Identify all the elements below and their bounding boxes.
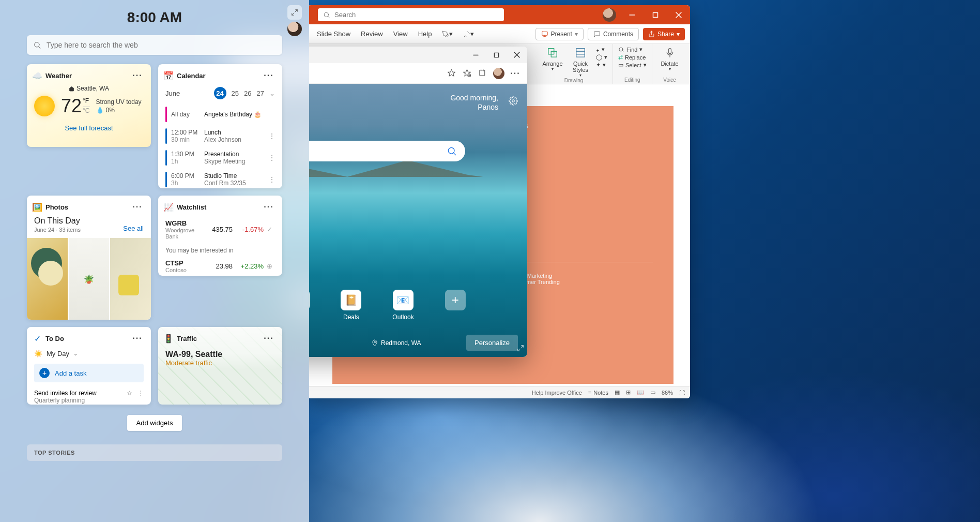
edge-minimize-button[interactable]	[465, 47, 486, 63]
help-improve-office[interactable]: Help Improve Office	[532, 390, 582, 396]
calendar-event[interactable]: All dayAngela's Birthday 🎂	[165, 103, 277, 125]
photos-see-all-link[interactable]: See all	[123, 225, 144, 232]
widgets-expand-button[interactable]	[287, 5, 302, 20]
weather-icon: ☁️	[33, 71, 41, 80]
shape-fill-button[interactable]: ⬥▾	[596, 46, 607, 53]
quick-styles-button[interactable]: Quick Styles▾	[568, 46, 593, 78]
edge-settings-icon[interactable]	[509, 96, 518, 108]
widgets-panel: 8:00 AM ☁️ Weather ··· Seattle, WA 72	[0, 0, 309, 522]
calendar-event[interactable]: 6:00 PM3hStudio TimeConf Rm 32/35⋮	[165, 169, 277, 188]
shape-effects-button[interactable]: ✦▾	[596, 62, 607, 68]
add-widgets-button[interactable]: Add widgets	[127, 415, 182, 431]
comments-button[interactable]: Comments	[588, 28, 639, 40]
calendar-widget[interactable]: 📅 Calendar ··· June 24 25 26 27 ⌄ All da…	[158, 64, 282, 188]
see-forecast-link[interactable]: See full forecast	[34, 124, 144, 132]
watchlist-widget[interactable]: 📈 Watchlist ··· WGRBWoodgrove Bank 435.7…	[158, 196, 282, 276]
widgets-profile-avatar[interactable]	[287, 22, 302, 36]
tab-view[interactable]: View	[388, 24, 413, 43]
edge-close-button[interactable]	[507, 47, 527, 63]
ppt-search-input[interactable]	[334, 11, 499, 19]
widget-more-button[interactable]: ···	[130, 332, 145, 345]
widget-more-button[interactable]: ···	[130, 69, 145, 82]
share-button[interactable]: Share ▾	[643, 28, 685, 40]
widget-title: Traffic	[177, 335, 197, 342]
personalize-button[interactable]: Personalize	[466, 335, 518, 351]
close-button[interactable]	[667, 5, 690, 24]
weather-widget[interactable]: ☁️ Weather ··· Seattle, WA 72 °F °C	[27, 64, 151, 147]
find-button[interactable]: Find ▾	[618, 46, 647, 53]
favorites-icon[interactable]	[447, 69, 456, 78]
calendar-day[interactable]: 24	[214, 87, 226, 99]
event-more-icon[interactable]: ⋮	[267, 132, 277, 140]
photo-thumbnail[interactable]: 🪴	[69, 238, 110, 320]
ppt-search-box[interactable]	[318, 8, 504, 21]
calendar-more-days[interactable]: ⌄	[269, 90, 275, 97]
shape-outline-button[interactable]: ◯▾	[596, 54, 607, 61]
widget-more-button[interactable]: ···	[262, 69, 276, 82]
widget-more-button[interactable]: ···	[262, 332, 276, 345]
stock-change: -1.67%	[233, 226, 264, 233]
zoom-level[interactable]: 86%	[662, 390, 673, 396]
stock-row[interactable]: WGRBWoodgrove Bank 435.75 -1.67% ✓	[158, 216, 282, 243]
stock-check-icon[interactable]: ✓	[264, 226, 275, 233]
calendar-day[interactable]: 26	[244, 90, 251, 97]
ink-button[interactable]: ▾	[437, 24, 458, 43]
favorites-add-icon[interactable]	[462, 69, 471, 78]
event-more-icon[interactable]: ⋮	[267, 154, 277, 161]
tab-slideshow[interactable]: Slide Show	[312, 24, 356, 43]
photo-thumbnail[interactable]	[110, 238, 151, 320]
select-button[interactable]: ▭Select ▾	[618, 62, 647, 68]
edge-profile-avatar[interactable]	[493, 68, 504, 79]
arrange-button[interactable]: Arrange▾	[540, 46, 565, 71]
task-star-icon[interactable]: ☆	[127, 390, 132, 404]
notes-button[interactable]: ≡Notes	[588, 390, 608, 396]
widget-more-button[interactable]: ···	[130, 201, 145, 213]
photos-widget[interactable]: 🖼️ Photos ··· On This Day June 24 · 33 i…	[27, 196, 151, 320]
calendar-event[interactable]: 12:00 PM30 minLunchAlex Johnson⋮	[165, 125, 277, 147]
traffic-widget[interactable]: 🚦 Traffic ··· WA-99, Seattle Moderate tr…	[158, 327, 282, 405]
tab-help[interactable]: Help	[413, 24, 437, 43]
calendar-day[interactable]: 25	[232, 90, 239, 97]
todo-icon: ✓	[33, 334, 41, 342]
fit-to-window-button[interactable]: ⛶	[679, 390, 685, 396]
photo-thumbnail[interactable]	[27, 238, 68, 320]
tile-add[interactable]: +	[445, 290, 466, 321]
photo-strip[interactable]: 🪴	[27, 238, 151, 320]
event-time: 12:00 PM30 min	[171, 129, 200, 143]
tab-review[interactable]: Review	[356, 24, 388, 43]
event-color-bar	[165, 128, 167, 144]
minimize-button[interactable]	[620, 5, 644, 24]
svg-point-13	[374, 341, 376, 342]
widgets-search-input[interactable]	[47, 41, 276, 49]
my-day-dropdown[interactable]: ☀️ My Day ⌄	[27, 348, 151, 362]
tile-deals[interactable]: 📔Deals	[341, 290, 361, 321]
view-reading-button[interactable]: 📖	[637, 389, 644, 396]
stock-add-icon[interactable]: ⊕	[264, 262, 275, 270]
collections-icon[interactable]	[478, 69, 487, 78]
edge-maximize-button[interactable]	[486, 47, 507, 63]
view-sorter-button[interactable]: ⊞	[626, 389, 631, 396]
task-item[interactable]: Send invites for review Quarterly planni…	[27, 386, 151, 405]
view-normal-button[interactable]: ▦	[615, 389, 620, 396]
draw-button[interactable]: ▾	[458, 24, 479, 43]
add-task-button[interactable]: + Add a task	[34, 364, 144, 382]
widget-more-button[interactable]: ···	[262, 201, 276, 213]
present-button[interactable]: Present ▾	[535, 28, 584, 40]
calendar-day[interactable]: 27	[257, 90, 264, 97]
edge-ntp-search[interactable]	[289, 141, 465, 161]
tile-outlook[interactable]: 📧Outlook	[392, 290, 414, 321]
todo-widget[interactable]: ✓ To Do ··· ☀️ My Day ⌄ + Add a task Sen…	[27, 327, 151, 405]
edge-location[interactable]: Redmond, WA	[371, 339, 421, 347]
view-slideshow-button[interactable]: ▭	[650, 389, 655, 396]
replace-button[interactable]: ⇄Replace	[618, 54, 647, 61]
event-more-icon[interactable]: ⋮	[267, 176, 277, 183]
calendar-event[interactable]: 1:30 PM1hPresentationSkype Meeting⋮	[165, 147, 277, 169]
ppt-account-avatar[interactable]	[603, 8, 616, 22]
edge-menu-icon[interactable]: ···	[511, 69, 520, 78]
stock-row[interactable]: CTSPContoso 23.98 +2.23% ⊕	[158, 256, 282, 276]
widgets-search-box[interactable]	[27, 35, 282, 55]
edge-expand-icon[interactable]	[517, 345, 524, 354]
maximize-button[interactable]	[644, 5, 667, 24]
task-more-icon[interactable]: ⋮	[137, 390, 144, 404]
dictate-button[interactable]: Dictate▾	[657, 46, 682, 71]
